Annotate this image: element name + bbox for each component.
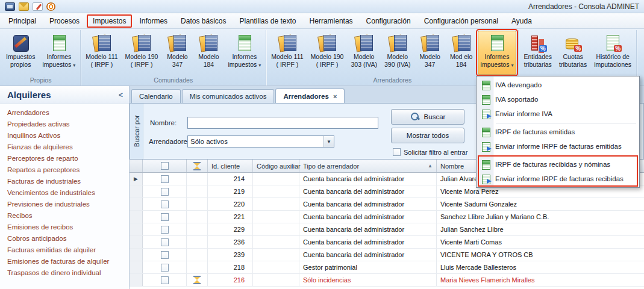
- menu-item-enviar-informe-iva[interactable]: Enviar informe IVA: [478, 107, 638, 121]
- ribbon-button-label-line1: Histórico de: [596, 53, 629, 61]
- sidebar-item[interactable]: Traspasos de dinero individual: [0, 267, 129, 279]
- sidebar-item[interactable]: Arrendadores: [0, 107, 129, 119]
- menu-principal[interactable]: Principal: [2, 14, 42, 28]
- document-edit-icon[interactable]: [33, 2, 43, 11]
- menu-item-iva-devengado[interactable]: IVA devengado: [478, 78, 638, 92]
- solicitar-filtro-checkbox[interactable]: [393, 148, 401, 156]
- row-checkbox[interactable]: [161, 175, 169, 183]
- incidencias-column-header[interactable]: [187, 160, 208, 172]
- collapse-sidebar-icon[interactable]: <: [119, 91, 123, 99]
- row-checkbox[interactable]: [161, 264, 169, 272]
- row-checkbox[interactable]: [161, 188, 169, 196]
- nombre-input[interactable]: [187, 117, 378, 129]
- btn-impuestos-propios[interactable]: Impuestos propios: [3, 31, 38, 75]
- sidebar-item[interactable]: Cobros anticipados: [0, 233, 129, 244]
- btn-informes-impuestos-arrendadores[interactable]: Informes impuestos ▾: [478, 31, 517, 75]
- table-row[interactable]: 239 Cuenta bancaria del administrador VI…: [130, 249, 644, 261]
- app-window-icon[interactable]: [5, 2, 15, 11]
- close-tab-icon[interactable]: ×: [333, 93, 337, 100]
- column-header-codigo-auxiliar[interactable]: Código auxiliar: [253, 160, 299, 172]
- sidebar-item[interactable]: Propiedades activas: [0, 119, 129, 130]
- btn-modelo-390-arrendadores[interactable]: Modelo 390 (IVA): [381, 31, 414, 75]
- sidebar-item[interactable]: Emisiones de recibos: [0, 222, 129, 233]
- solicitar-filtro-label: Solicitar filtro al entrar: [404, 149, 467, 156]
- sidebar-item[interactable]: Perceptores de reparto: [0, 153, 129, 164]
- ribbon-group: Impuestos propios Informes impuestos ▾ P…: [1, 30, 81, 85]
- row-checkbox[interactable]: [161, 276, 169, 284]
- tab[interactable]: Calendario: [131, 89, 181, 103]
- menu-plantillas-texto[interactable]: Plantillas de texto: [233, 14, 302, 28]
- btn-modelo-111-comunidades[interactable]: Modelo 111 ( IRPF ): [83, 31, 120, 75]
- cell-nombre: Maria Nieves Flamerich Miralles: [437, 274, 644, 286]
- tax-form-icon: [168, 34, 186, 52]
- arrendadores-select[interactable]: Sólo activos ▼: [187, 135, 334, 148]
- row-checkbox[interactable]: [161, 226, 169, 234]
- search-icon: [410, 112, 420, 122]
- tab[interactable]: Mis comunicados activos: [182, 89, 275, 103]
- btn-informes-impuestos-propios[interactable]: Informes impuestos ▾: [39, 31, 78, 75]
- table-row[interactable]: 229 Cuenta bancaria del administrador Ju…: [130, 223, 644, 236]
- table-row[interactable]: 216 Sólo incidencias Maria Nieves Flamer…: [130, 274, 644, 287]
- chevron-down-icon: ▾: [73, 63, 75, 68]
- sidebar-item[interactable]: Repartos a perceptores: [0, 164, 129, 176]
- btn-modelo-184-comunidades[interactable]: Modelo 184: [193, 31, 224, 75]
- tax-form-icon: [421, 34, 439, 52]
- row-checkbox[interactable]: [161, 213, 169, 221]
- sidebar-item[interactable]: Vencimientos de industriales: [0, 187, 129, 199]
- chevron-down-icon[interactable]: ▼: [324, 136, 334, 147]
- send-report-icon: [481, 174, 490, 184]
- menu-item-irpf-facturas-recibidas[interactable]: IRPF de facturas recibidas y nóminas: [478, 157, 638, 172]
- sidebar-item[interactable]: Fianzas de alquileres: [0, 141, 129, 153]
- sidebar-item[interactable]: Inquilinos Activos: [0, 130, 129, 141]
- buildings-percent-icon: [529, 34, 547, 52]
- sidebar-item[interactable]: Emisiones de facturas de alquiler: [0, 256, 129, 267]
- menu-item-iva-soportado[interactable]: IVA soportado: [478, 92, 638, 107]
- column-header-id-cliente[interactable]: Id. cliente: [208, 160, 253, 172]
- ribbon-button-label-line2: imputaciones: [594, 61, 631, 69]
- btn-modelo-111-arrendadores[interactable]: Modelo 111 ( IRPF ): [268, 31, 306, 75]
- btn-modelo-184-arrendadores[interactable]: Mod elo 184: [446, 31, 477, 75]
- table-row[interactable]: 220 Cuenta bancaria del administrador Vi…: [130, 198, 644, 211]
- sidebar-item[interactable]: Facturas de industriales: [0, 176, 129, 187]
- sidebar-item[interactable]: Recibos: [0, 210, 129, 222]
- menu-configuracion[interactable]: Configuración: [360, 14, 417, 28]
- row-checkbox[interactable]: [161, 200, 169, 208]
- menu-configuracion-personal[interactable]: Configuración personal: [418, 14, 504, 28]
- menu-item-enviar-irpf-emitidas[interactable]: Enviar informe IRPF de facturas emitidas: [478, 139, 638, 154]
- table-row[interactable]: 221 Cuenta bancaria del administrador Sa…: [130, 211, 644, 223]
- select-all-checkbox[interactable]: [161, 162, 169, 170]
- mostrar-todos-button[interactable]: Mostrar todos: [391, 128, 464, 143]
- tab[interactable]: Arrendadores ×: [275, 89, 345, 103]
- btn-modelo-347-arrendadores[interactable]: Modelo 347: [415, 31, 445, 75]
- btn-modelo-190-comunidades[interactable]: Modelo 190 ( IRPF ): [122, 31, 161, 75]
- column-header-tipo-arrendador[interactable]: Tipo de arrendador ▲: [299, 160, 437, 172]
- context-menu: IVA devengado IVA soportado Enviar infor…: [476, 76, 640, 188]
- menu-impuestos[interactable]: Impuestos: [87, 14, 132, 28]
- broadcast-icon[interactable]: [46, 2, 55, 11]
- menu-datos-basicos[interactable]: Datos básicos: [175, 14, 232, 28]
- table-row[interactable]: 218 Gestor patrimonial Lluis Mercade Bal…: [130, 261, 644, 274]
- row-checkbox[interactable]: [161, 238, 169, 246]
- btn-modelo-190-arrendadores[interactable]: Modelo 190 ( IRPF ): [308, 31, 347, 75]
- btn-historico-imputaciones[interactable]: Histórico de imputaciones: [591, 31, 634, 75]
- cell-tipo-arrendador: Gestor patrimonial: [299, 261, 437, 273]
- menu-item-enviar-irpf-recibidas[interactable]: Enviar informe IRPF de facturas recibida…: [478, 172, 638, 186]
- btn-informes-impuestos-comunidades[interactable]: Informes impuestos ▾: [225, 31, 264, 75]
- sidebar-item[interactable]: Previsiones de industriales: [0, 199, 129, 210]
- buscar-button[interactable]: Buscar: [391, 109, 464, 125]
- btn-entidades-tributarias[interactable]: Entidades tributarias: [521, 31, 555, 75]
- btn-cuotas-tributarias[interactable]: Cuotas tributarias: [556, 31, 590, 75]
- sidebar-item[interactable]: Facturas emitidas de alquiler: [0, 244, 129, 256]
- menu-ayuda[interactable]: Ayuda: [505, 14, 538, 28]
- select-all-column-header[interactable]: [143, 160, 187, 172]
- menu-item-irpf-facturas-emitidas[interactable]: IRPF de facturas emitidas: [478, 125, 638, 139]
- table-row[interactable]: 236 Cuenta bancaria del administrador Vi…: [130, 236, 644, 249]
- row-checkbox[interactable]: [161, 251, 169, 259]
- btn-modelo-303-arrendadores[interactable]: Modelo 303 (IVA): [348, 31, 380, 75]
- menu-herramientas[interactable]: Herramientas: [304, 14, 359, 28]
- btn-modelo-347-comunidades[interactable]: Modelo 347: [162, 31, 192, 75]
- menu-informes[interactable]: Informes: [133, 14, 174, 28]
- cell-id-cliente: 229: [208, 223, 253, 235]
- mail-icon[interactable]: [19, 2, 29, 11]
- menu-procesos[interactable]: Procesos: [43, 14, 86, 28]
